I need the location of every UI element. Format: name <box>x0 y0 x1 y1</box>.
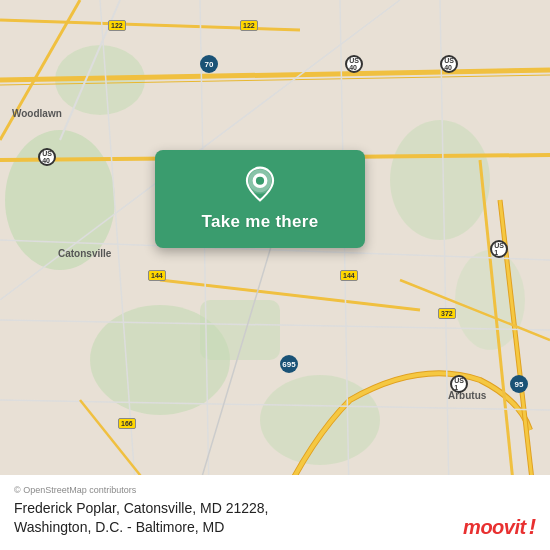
interstate-695-shield: 695 <box>280 355 298 373</box>
svg-point-4 <box>390 120 490 240</box>
address-line1: Frederick Poplar, Catonsville, MD 21228, <box>14 500 268 516</box>
attribution-text: © OpenStreetMap contributors <box>14 485 536 495</box>
catonsville-label: Catonsville <box>58 248 111 259</box>
svg-point-32 <box>256 177 264 185</box>
address-text: Frederick Poplar, Catonsville, MD 21228,… <box>14 499 536 538</box>
md-372-shield: 372 <box>438 308 456 319</box>
md-122-shield-right: 122 <box>240 20 258 31</box>
woodlawn-label: Woodlawn <box>12 108 62 119</box>
interstate-95-shield: 95 <box>510 375 528 393</box>
moovit-text: moovit <box>463 516 526 539</box>
map-container: 70 695 95 US40 US40 US40 US1 US1 144 144… <box>0 0 550 550</box>
moovit-logo: moovit ! <box>463 514 536 540</box>
openstreetmap-credit: © OpenStreetMap contributors <box>14 485 136 495</box>
us-40-shield-right: US40 <box>440 55 458 73</box>
location-card: Take me there <box>155 150 365 248</box>
md-122-shield-left: 122 <box>108 20 126 31</box>
us-40-shield-mid: US40 <box>345 55 363 73</box>
take-me-there-button[interactable]: Take me there <box>202 210 319 234</box>
us-40-shield-left: US40 <box>38 148 56 166</box>
md-144-shield-right: 144 <box>340 270 358 281</box>
md-166-shield: 166 <box>118 418 136 429</box>
moovit-exclamation: ! <box>529 514 536 540</box>
address-line2: Washington, D.C. - Baltimore, MD <box>14 519 224 535</box>
us-1-shield-top: US1 <box>490 240 508 258</box>
map-svg <box>0 0 550 550</box>
md-144-shield-left: 144 <box>148 270 166 281</box>
interstate-70-shield: 70 <box>200 55 218 73</box>
svg-point-3 <box>260 375 380 465</box>
location-pin-icon <box>242 166 278 202</box>
us-1-shield-bot: US1 <box>450 375 468 393</box>
